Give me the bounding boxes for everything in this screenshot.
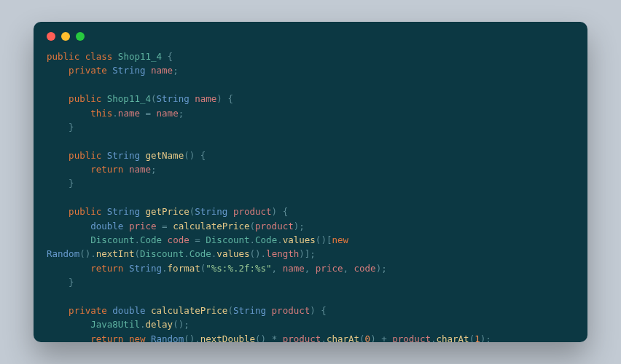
code-line: private double calculatePrice(String pro… xyxy=(47,304,574,317)
code-line: Random().nextInt(Discount.Code.values().… xyxy=(47,247,574,261)
code-line xyxy=(47,78,574,92)
code-line: return new Random().nextDouble() * produ… xyxy=(47,332,574,343)
code-line xyxy=(47,289,574,303)
code-line: private String name; xyxy=(47,63,574,77)
code-line: } xyxy=(47,275,574,289)
code-block: public class Shop11_4 { private String n… xyxy=(47,50,574,342)
zoom-icon[interactable] xyxy=(76,32,85,41)
code-window: public class Shop11_4 { private String n… xyxy=(34,22,587,342)
code-line: public String getName() { xyxy=(47,149,574,162)
titlebar xyxy=(47,32,574,41)
code-line: public class Shop11_4 { xyxy=(47,50,574,63)
code-line: double price = calculatePrice(product); xyxy=(47,219,574,233)
code-line: Java8Util.delay(); xyxy=(47,317,574,331)
code-line: public Shop11_4(String name) { xyxy=(47,92,574,106)
minimize-icon[interactable] xyxy=(61,32,70,41)
code-line xyxy=(47,134,574,148)
code-line: return String.format("%s:%.2f:%s", name,… xyxy=(47,261,574,275)
code-line: } xyxy=(47,176,574,190)
code-line: return name; xyxy=(47,162,574,176)
code-line: Discount.Code code = Discount.Code.value… xyxy=(47,233,574,247)
code-line: } xyxy=(47,120,574,134)
close-icon[interactable] xyxy=(47,32,55,41)
code-line xyxy=(47,191,574,205)
code-line: public String getPrice(String product) { xyxy=(47,205,574,218)
code-line: this.name = name; xyxy=(47,106,574,120)
